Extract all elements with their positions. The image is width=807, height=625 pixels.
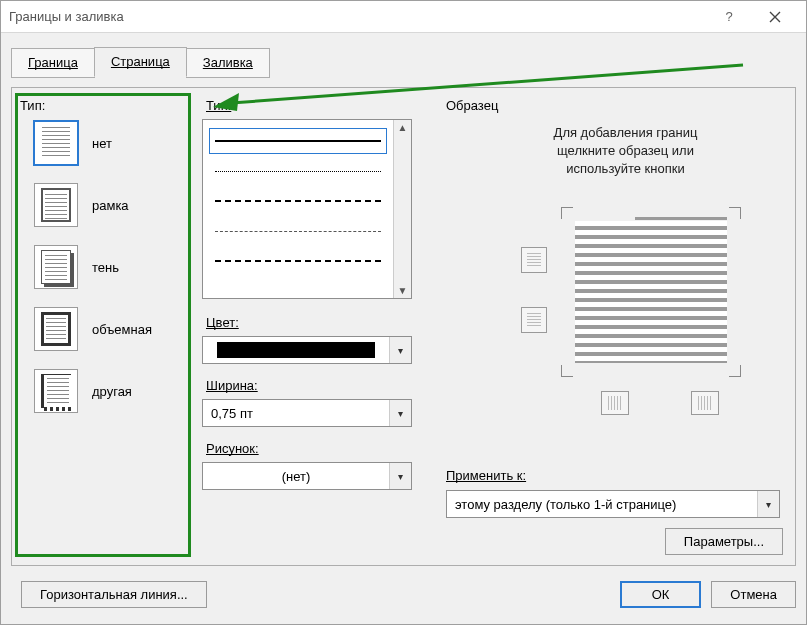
setting-none-thumb bbox=[34, 121, 78, 165]
tab-panel: Тип: нет рамка тень объемная другая bbox=[11, 87, 796, 566]
width-value: 0,75 пт bbox=[203, 400, 389, 426]
style-item[interactable] bbox=[207, 156, 389, 186]
width-label: Ширина: bbox=[206, 378, 426, 393]
setting-box[interactable]: рамка bbox=[34, 183, 192, 227]
style-item[interactable] bbox=[207, 216, 389, 246]
width-combo[interactable]: 0,75 пт ▾ bbox=[202, 399, 412, 427]
apply-to-value: этому разделу (только 1-й странице) bbox=[447, 491, 757, 517]
chevron-down-icon[interactable]: ▾ bbox=[389, 463, 411, 489]
color-label: Цвет: bbox=[206, 315, 426, 330]
setting-shadow-thumb bbox=[34, 245, 78, 289]
style-item[interactable] bbox=[207, 126, 389, 156]
setting-shadow-label: тень bbox=[92, 260, 119, 275]
art-value: (нет) bbox=[203, 463, 389, 489]
border-left-toggle[interactable] bbox=[601, 391, 629, 415]
tab-shading[interactable]: Заливка bbox=[186, 48, 270, 78]
style-column: Тип: ▲ ▼ Цвет: ▾ Ширина: bbox=[202, 94, 426, 559]
setting-column: Тип: нет рамка тень объемная другая bbox=[16, 94, 192, 559]
setting-3d-thumb bbox=[34, 307, 78, 351]
setting-none[interactable]: нет bbox=[34, 121, 192, 165]
scroll-up-icon[interactable]: ▲ bbox=[398, 122, 408, 133]
style-item[interactable] bbox=[207, 246, 389, 276]
horizontal-line-button[interactable]: Горизонтальная линия... bbox=[21, 581, 207, 608]
apply-to-combo[interactable]: этому разделу (только 1-й странице) ▾ bbox=[446, 490, 780, 518]
color-swatch bbox=[217, 342, 375, 358]
titlebar: Границы и заливка ? bbox=[1, 1, 806, 33]
preview-area: Для добавления границ щелкните образец и… bbox=[472, 124, 779, 424]
cancel-button[interactable]: Отмена bbox=[711, 581, 796, 608]
tab-row: Граница Страница Заливка bbox=[1, 33, 806, 77]
border-top-toggle[interactable] bbox=[521, 247, 547, 273]
tab-page[interactable]: Страница bbox=[94, 47, 187, 77]
border-bottom-toggle[interactable] bbox=[521, 307, 547, 333]
setting-3d[interactable]: объемная bbox=[34, 307, 192, 351]
setting-custom[interactable]: другая bbox=[34, 369, 192, 413]
preview-hint: Для добавления границ щелкните образец и… bbox=[472, 124, 779, 179]
chevron-down-icon[interactable]: ▾ bbox=[757, 491, 779, 517]
close-icon bbox=[769, 11, 781, 23]
window-title: Границы и заливка bbox=[9, 9, 706, 24]
setting-box-label: рамка bbox=[92, 198, 129, 213]
style-label: Тип: bbox=[206, 98, 426, 113]
options-button[interactable]: Параметры... bbox=[665, 528, 783, 555]
ok-button[interactable]: ОК bbox=[620, 581, 702, 608]
setting-box-thumb bbox=[34, 183, 78, 227]
style-scrollbar[interactable]: ▲ ▼ bbox=[393, 120, 411, 298]
color-combo[interactable]: ▾ bbox=[202, 336, 412, 364]
dialog-footer: Горизонтальная линия... ОК Отмена bbox=[11, 576, 796, 612]
close-button[interactable] bbox=[752, 1, 798, 33]
border-right-toggle[interactable] bbox=[691, 391, 719, 415]
help-button[interactable]: ? bbox=[706, 1, 752, 33]
borders-shading-dialog: Границы и заливка ? Граница Страница Зал… bbox=[0, 0, 807, 625]
style-listbox[interactable]: ▲ ▼ bbox=[202, 119, 412, 299]
preview-page-icon bbox=[575, 221, 727, 363]
chevron-down-icon[interactable]: ▾ bbox=[389, 337, 411, 363]
art-combo[interactable]: (нет) ▾ bbox=[202, 462, 412, 490]
setting-custom-thumb bbox=[34, 369, 78, 413]
tab-border[interactable]: Граница bbox=[11, 48, 95, 78]
setting-3d-label: объемная bbox=[92, 322, 152, 337]
style-item[interactable] bbox=[207, 186, 389, 216]
apply-to-label: Применить к: bbox=[446, 468, 526, 483]
preview-diagram[interactable] bbox=[501, 207, 751, 377]
art-label: Рисунок: bbox=[206, 441, 426, 456]
preview-column: Образец Для добавления границ щелкните о… bbox=[442, 94, 789, 559]
setting-none-label: нет bbox=[92, 136, 112, 151]
setting-label: Тип: bbox=[20, 98, 192, 113]
setting-shadow[interactable]: тень bbox=[34, 245, 192, 289]
setting-custom-label: другая bbox=[92, 384, 132, 399]
chevron-down-icon[interactable]: ▾ bbox=[389, 400, 411, 426]
preview-label: Образец bbox=[446, 98, 789, 113]
scroll-down-icon[interactable]: ▼ bbox=[398, 285, 408, 296]
